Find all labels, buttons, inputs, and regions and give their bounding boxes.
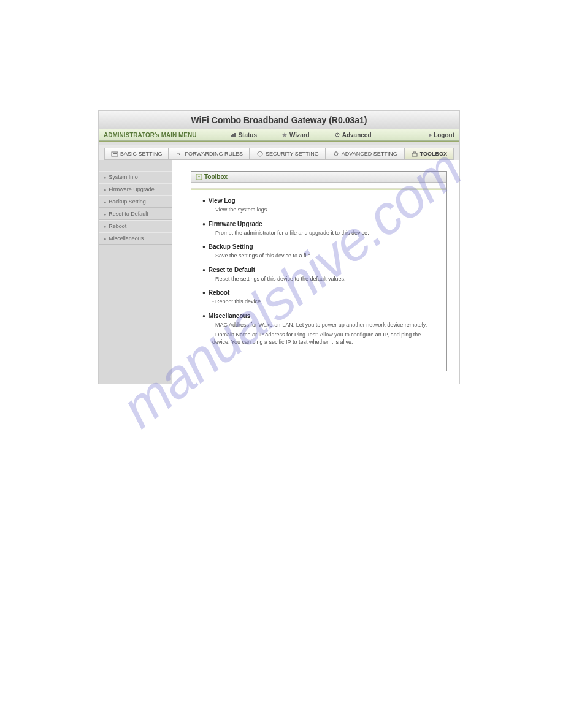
sidebar-miscellaneous[interactable]: ● Miscellaneous [99,232,172,245]
feature-desc: -Prompt the administrator for a file and… [212,229,435,237]
svg-rect-11 [412,153,417,156]
arrow-icon: ▸ [429,132,432,138]
panel-header: Toolbox [191,172,446,183]
bullet-icon: ● [202,244,205,249]
feature-title: ● Firmware Upgrade [202,221,435,227]
bullet-icon: ● [202,198,205,203]
svg-marker-13 [197,176,201,178]
app-title: WiFi Combo Broadband Gateway (R0.03a1) [191,115,367,125]
router-admin-window: WiFi Combo Broadband Gateway (R0.03a1) A… [98,110,460,384]
security-icon [256,151,264,157]
sidebar: ● System Info ● Firmware Upgrade ● Backu… [99,160,172,384]
feature-title: ● Backup Setting [202,243,435,250]
feature-reset-default: ● Reset to Default -Reset the settings o… [202,267,435,283]
tab-basic-setting[interactable]: BASIC SETTING [104,148,169,160]
basic-icon [111,151,118,157]
feature-view-log: ● View Log -View the system logs. [202,197,435,214]
feature-title: ● Reset to Default [202,267,435,273]
title-bar: WiFi Combo Broadband Gateway (R0.03a1) [99,111,459,129]
svg-point-8 [334,152,338,156]
tab-forwarding-rules[interactable]: FORWARDING RULES [169,148,250,160]
panel-title: Toolbox [204,173,228,180]
panel-body: ● View Log -View the system logs. ● Firm… [191,190,446,364]
bullet-icon: ● [104,188,106,192]
toolbox-panel: Toolbox ● View Log -View the system logs… [191,171,447,371]
bullet-icon: ● [202,290,205,295]
svg-rect-0 [231,135,232,137]
advanced-icon [334,132,340,138]
sidebar-reboot[interactable]: ● Reboot [99,220,172,232]
menu-advanced[interactable]: Advanced [334,132,372,138]
toolbox-icon [411,151,418,157]
sidebar-backup-setting[interactable]: ● Backup Setting [99,195,172,208]
menu-status[interactable]: Status [230,132,257,138]
bullet-icon: ● [202,221,205,227]
feature-desc: -Reboot this device. [212,298,435,306]
logout-link[interactable]: ▸ Logout [429,132,454,138]
tab-container: BASIC SETTING FORWARDING RULES SECURITY … [104,148,454,160]
sidebar-firmware-upgrade[interactable]: ● Firmware Upgrade [99,183,172,195]
feature-firmware-upgrade: ● Firmware Upgrade -Prompt the administr… [202,221,435,237]
sidebar-system-info[interactable]: ● System Info [99,171,172,183]
panel-divider [191,183,446,189]
svg-rect-7 [113,153,117,154]
status-icon [230,132,236,138]
feature-desc: -Save the settings of this device to a f… [212,252,435,260]
feature-desc: -View the system logs. [212,206,435,214]
svg-rect-6 [112,152,118,156]
feature-title: ● View Log [202,197,435,204]
svg-rect-1 [232,134,234,137]
feature-desc: -Domain Name or IP address for Ping Test… [212,331,435,346]
wizard-icon [282,132,288,138]
feature-desc: -MAC Address for Wake-on-LAN: Let you to… [212,321,435,329]
main-menu-label: ADMINISTRATOR's MAIN MENU [104,132,196,138]
svg-rect-2 [234,133,236,137]
tab-security-setting[interactable]: SECURITY SETTING [250,148,326,160]
panel-arrow-icon [196,174,202,180]
bullet-icon: ● [202,313,205,319]
bullet-icon: ● [202,267,205,273]
main-body: ● System Info ● Firmware Upgrade ● Backu… [99,160,459,384]
bullet-icon: ● [104,224,106,229]
feature-desc: -Reset the settings of this device to th… [212,275,435,283]
advanced-setting-icon [332,151,340,157]
svg-marker-3 [282,132,287,137]
forwarding-icon [175,151,183,157]
feature-reboot: ● Reboot -Reboot this device. [202,289,435,306]
content-area: Toolbox ● View Log -View the system logs… [172,160,459,384]
feature-backup-setting: ● Backup Setting -Save the settings of t… [202,243,435,260]
menu-items: Status Wizard Advanced [230,132,429,138]
tab-toolbox[interactable]: TOOLBOX [404,148,454,160]
feature-miscellaneous: ● Miscellaneous -MAC Address for Wake-on… [202,313,435,346]
bullet-icon: ● [104,200,106,204]
menu-wizard[interactable]: Wizard [282,132,310,138]
bullet-icon: ● [104,237,106,241]
menu-bar: ADMINISTRATOR's MAIN MENU Status Wizard … [99,129,459,141]
feature-title: ● Reboot [202,289,435,296]
bullet-icon: ● [104,212,106,216]
feature-title: ● Miscellaneous [202,313,435,319]
svg-point-5 [337,134,338,135]
bullet-icon: ● [104,175,106,180]
tab-advanced-setting[interactable]: ADVANCED SETTING [326,148,404,160]
sidebar-reset-default[interactable]: ● Reset to Default [99,208,172,220]
tab-bar: BASIC SETTING FORWARDING RULES SECURITY … [99,145,459,160]
